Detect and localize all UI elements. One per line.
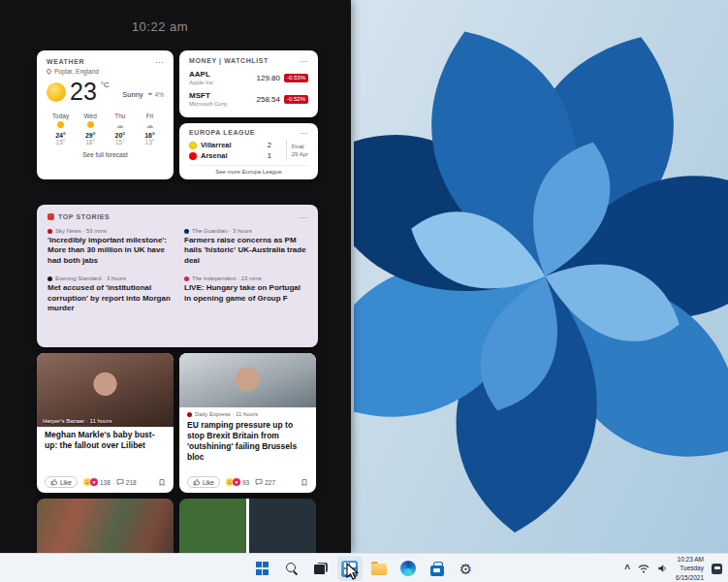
hidden-icons-chevron[interactable]: ^ (624, 564, 630, 574)
heart-emoji-icon: ♥ (233, 478, 240, 486)
source-logo-icon (187, 412, 192, 417)
taskbar: ⚙ ^ 10:23 AM Tuesday 6/15/2021 (0, 553, 728, 582)
weather-location: Poplar, England (47, 68, 164, 75)
task-view-icon (313, 563, 328, 575)
edge-button[interactable] (396, 556, 421, 581)
forecast-day[interactable]: Today 24° 15° (47, 113, 75, 146)
like-button[interactable]: Like (187, 476, 220, 488)
top-stories-widget[interactable]: TOP STORIES ··· Sky News · 53 mins 'Incr… (37, 205, 318, 347)
news-card-partial[interactable] (179, 499, 316, 553)
engagement-bar: Like ☺♥ 93 227 (187, 476, 308, 488)
thumbs-up-icon (50, 478, 58, 486)
stock-row[interactable]: MSFT Microsoft Corp 258.54 -0.52% (189, 91, 308, 107)
see-full-forecast-link[interactable]: See full forecast (47, 151, 164, 158)
windows-logo-icon (256, 562, 269, 575)
sun-icon (47, 121, 75, 130)
top-stories-title: TOP STORIES (58, 213, 110, 220)
article-photo (179, 353, 316, 407)
thumbs-up-icon (193, 478, 201, 486)
widgets-panel: 10:22 am WEATHER ··· Poplar, England 23 … (0, 0, 351, 553)
taskbar-clock[interactable]: 10:23 AM Tuesday 6/15/2021 (676, 555, 704, 581)
weather-widget-title: WEATHER (47, 58, 84, 65)
bookmark-icon[interactable] (158, 478, 166, 487)
article-photo: Harper's Bazaar · 11 hours (37, 353, 174, 427)
reactions-count[interactable]: ☺♥ 93 (226, 478, 249, 486)
like-button[interactable]: Like (45, 476, 78, 488)
sun-icon (77, 121, 105, 130)
comment-icon (116, 478, 124, 486)
weather-widget[interactable]: WEATHER ··· Poplar, England 23 °C Sunny … (37, 50, 174, 179)
sun-icon (47, 82, 66, 102)
money-widget[interactable]: MONEY | WATCHLIST ··· AAPL Apple Inc 129… (179, 50, 318, 117)
cloud-icon: ☁ (136, 121, 164, 130)
microsoft-store-button[interactable] (425, 556, 450, 581)
more-options-icon[interactable]: ··· (155, 59, 164, 65)
edge-browser-icon (400, 561, 416, 576)
weather-forecast: Today 24° 15° Wed 29° 18° Thu ☁ 20° 15° (47, 113, 164, 146)
mouse-cursor (346, 563, 360, 582)
comments-count[interactable]: 218 (116, 478, 137, 486)
folder-icon (371, 564, 387, 575)
precipitation: ☂ 4% (147, 91, 164, 98)
forecast-day[interactable]: Fri ☁ 16° 13° (136, 113, 164, 146)
article-headline[interactable]: Meghan Markle's baby bust-up: the fallou… (37, 427, 174, 451)
source-logo-icon (47, 229, 52, 234)
top-stories-icon (47, 213, 54, 220)
article-headline[interactable]: EU ramping pressure up to stop Brexit Br… (179, 417, 316, 463)
reactions-count[interactable]: ☺♥ 138 (83, 478, 111, 486)
forecast-day[interactable]: Thu ☁ 20° 15° (106, 113, 134, 146)
more-options-icon[interactable]: ··· (299, 214, 307, 220)
article-source: Daily Express · 11 hours (179, 407, 316, 417)
system-tray: ^ 10:23 AM Tuesday 6/15/2021 (624, 554, 722, 582)
panel-clock: 10:22 am (0, 19, 320, 34)
search-button[interactable] (279, 556, 304, 581)
bookmark-icon[interactable] (301, 478, 308, 487)
comments-count[interactable]: 227 (255, 478, 275, 486)
story-item[interactable]: The Guardian · 3 hours Farmers raise con… (184, 228, 307, 266)
news-card-partial[interactable] (37, 499, 174, 553)
cloud-icon: ☁ (106, 121, 134, 130)
more-options-icon[interactable]: ··· (300, 58, 308, 64)
location-pin-icon (46, 68, 52, 75)
comment-icon (255, 478, 263, 486)
windows-bloom-artwork (354, 0, 728, 553)
source-logo-icon (184, 276, 189, 281)
sports-widget-title: EUROPA LEAGUE (189, 129, 255, 136)
heart-emoji-icon: ♥ (90, 478, 98, 486)
desktop: 10:22 am WEATHER ··· Poplar, England 23 … (0, 0, 728, 582)
change-badge: -0.53% (284, 74, 308, 82)
more-options-icon[interactable]: ··· (300, 130, 308, 136)
team-row: Arsenal 1 (189, 150, 271, 161)
search-icon (285, 562, 299, 575)
settings-button[interactable]: ⚙ (454, 556, 479, 581)
article-source: Harper's Bazaar · 11 hours (43, 418, 111, 424)
gear-icon: ⚙ (459, 562, 472, 576)
engagement-bar: Like ☺♥ 138 218 (45, 476, 166, 488)
source-logo-icon (47, 276, 52, 281)
story-item[interactable]: Evening Standard · 3 hours Met accused o… (47, 275, 171, 313)
temperature-unit[interactable]: °C (101, 81, 110, 89)
see-more-europa-league-link[interactable]: See more Europa League (189, 165, 308, 175)
villarreal-crest-icon (189, 142, 197, 149)
story-item[interactable]: Sky News · 53 mins 'Incredibly important… (47, 228, 171, 266)
task-view-button[interactable] (308, 556, 333, 581)
source-logo-icon (184, 229, 189, 234)
store-bag-icon (430, 566, 444, 576)
news-card[interactable]: Harper's Bazaar · 11 hours Meghan Markle… (37, 353, 174, 493)
network-icon[interactable] (638, 564, 649, 573)
start-button[interactable] (250, 556, 275, 581)
story-item[interactable]: The Independent · 23 mins LIVE: Hungary … (184, 275, 307, 313)
file-explorer-button[interactable] (366, 556, 392, 581)
volume-icon[interactable] (657, 564, 668, 573)
weather-condition: Sunny (122, 90, 142, 99)
change-badge: -0.52% (284, 95, 308, 104)
arsenal-crest-icon (189, 152, 197, 160)
money-widget-title: MONEY | WATCHLIST (189, 57, 269, 64)
forecast-day[interactable]: Wed 29° 18° (77, 113, 105, 146)
notification-center-icon[interactable] (712, 564, 722, 574)
news-card[interactable]: Daily Express · 11 hours EU ramping pres… (179, 353, 316, 493)
team-row: Villarreal 2 (189, 140, 271, 150)
sports-widget[interactable]: EUROPA LEAGUE ··· Villarreal 2 Arsenal 1 (179, 123, 318, 179)
stock-row[interactable]: AAPL Apple Inc 129.80 -0.53% (189, 70, 308, 85)
match-status: Final 29 Apr (286, 140, 308, 161)
